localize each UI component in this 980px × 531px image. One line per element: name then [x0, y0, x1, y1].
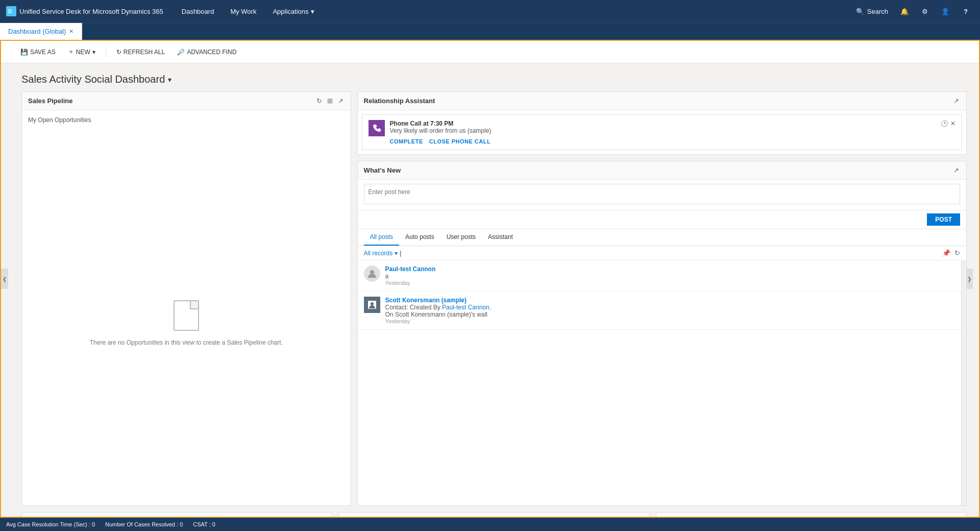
relationship-assistant-icons: ↗	[952, 96, 960, 106]
ra-dismiss-icon[interactable]: ✕	[950, 120, 955, 127]
post-author-scott[interactable]: Scott Konersmann (sample)	[385, 297, 491, 304]
expand-right-button[interactable]: ❯	[966, 269, 973, 289]
posts-scrollbar[interactable]	[961, 260, 966, 505]
sales-pipeline-subtitle: My Open Opportunities	[28, 116, 345, 124]
new-label: NEW	[76, 49, 90, 56]
refresh-all-button[interactable]: ↻ REFRESH ALL	[112, 46, 169, 58]
advanced-find-button[interactable]: 🔎 ADVANCED FIND	[173, 46, 240, 58]
post-text-scott: Contact: Created By Paul-test Cannon.	[385, 304, 491, 311]
ra-action-icons: 🕐 ✕	[941, 120, 955, 127]
empty-document-icon	[174, 300, 199, 331]
advanced-find-label: ADVANCED FIND	[187, 49, 236, 56]
top-opportunities-card: Top Opportunities ↻ ⊞ ↗ My Open Opportun…	[656, 512, 967, 518]
filter-label: All records	[364, 250, 393, 257]
user-icon: 👤	[941, 8, 949, 15]
post-button[interactable]: POST	[927, 213, 960, 226]
top-customers-header: Top Customers ↻ ⊞ ↗	[339, 513, 649, 518]
filter-cursor: |	[400, 250, 401, 257]
post-author-paul[interactable]: Paul-test Cannon	[385, 266, 436, 273]
refresh-pipeline-icon[interactable]: ↻	[315, 96, 323, 106]
ra-description: Very likely will order from us (sample)	[390, 127, 936, 134]
post-time-paul: Yesterday	[385, 280, 436, 286]
nav-my-work[interactable]: My Work	[222, 0, 264, 22]
relationship-assistant-header: Relationship Assistant ↗	[358, 92, 966, 110]
tab-assistant[interactable]: Assistant	[482, 229, 519, 246]
save-as-button[interactable]: 💾 SAVE AS	[16, 46, 60, 58]
filter-all-records[interactable]: All records ▾ |	[364, 250, 402, 257]
whats-new-card: What's New ↗ POST All posts Auto posts U…	[357, 161, 967, 506]
whats-new-header: What's New ↗	[358, 161, 966, 180]
right-column: Relationship Assistant ↗ Phone Call a	[357, 91, 967, 506]
tab-close-button[interactable]: ✕	[69, 28, 74, 35]
status-csat: CSAT : 0	[193, 521, 215, 527]
status-bar: Avg Case Resolution Time (Sec) : 0 Numbe…	[0, 518, 980, 531]
search-button[interactable]: 🔍 Search	[852, 6, 892, 17]
nav-applications[interactable]: Applications ▾	[264, 0, 322, 22]
notifications-button[interactable]: 🔔	[896, 3, 913, 19]
user-button[interactable]: 👤	[937, 3, 953, 19]
top-opportunities-header: Top Opportunities ↻ ⊞ ↗	[656, 513, 966, 518]
settings-button[interactable]: ⚙	[917, 3, 933, 19]
sales-pipeline-header: Sales Pipeline ↻ ⊞ ↗	[22, 92, 351, 110]
svg-point-2	[370, 270, 374, 274]
pin-icon[interactable]: 📌	[942, 249, 950, 257]
ra-action-links: COMPLETE CLOSE PHONE CALL	[390, 138, 936, 144]
post-avatar-paul	[364, 266, 380, 282]
search-label: Search	[867, 8, 888, 15]
relationship-assistant-card: Relationship Assistant ↗ Phone Call a	[357, 91, 967, 155]
new-button[interactable]: ＋ NEW ▾	[64, 45, 100, 58]
status-cases-resolved: Number Of Cases Resolved : 0	[105, 521, 183, 527]
post-avatar-scott	[364, 297, 380, 313]
topbar-right-icons: 🔍 Search 🔔 ⚙ 👤 ?	[852, 3, 974, 19]
refresh-posts-icon[interactable]: ↻	[954, 249, 960, 257]
main-nav: Dashboard My Work Applications ▾	[174, 0, 323, 22]
ra-snooze-icon[interactable]: 🕐	[941, 120, 948, 127]
help-button[interactable]: ?	[958, 3, 974, 19]
nav-dashboard[interactable]: Dashboard	[174, 0, 223, 22]
save-as-label: SAVE AS	[30, 49, 56, 56]
tab-auto-posts[interactable]: Auto posts	[399, 229, 440, 246]
settings-icon: ⚙	[922, 8, 928, 15]
refresh-all-label: REFRESH ALL	[124, 49, 165, 56]
post-prefix: Contact: Created By	[385, 304, 442, 311]
ra-content: Phone Call at 7:30 PM Very likely will o…	[390, 120, 936, 144]
save-icon: 💾	[20, 49, 28, 56]
collapse-left-button[interactable]: ❮	[1, 269, 8, 289]
dashboard-header: Sales Activity Social Dashboard ▾	[1, 63, 979, 91]
top-navigation: D Unified Service Desk for Microsoft Dyn…	[0, 0, 980, 22]
expand-pipeline-icon[interactable]: ⊞	[326, 96, 334, 106]
post-link-paul[interactable]: Paul-test Cannon	[442, 304, 489, 311]
dashboard-title-dropdown-icon[interactable]: ▾	[168, 76, 172, 84]
filter-icons: 📌 ↻	[942, 249, 960, 257]
popout-ra-icon[interactable]: ↗	[952, 96, 960, 106]
whats-new-title: What's New	[364, 166, 401, 174]
dashboard-grid: Sales Pipeline ↻ ⊞ ↗ My Open Opportuniti…	[1, 91, 979, 506]
post-input-area	[358, 180, 966, 210]
popout-pipeline-icon[interactable]: ↗	[337, 96, 345, 106]
post-input[interactable]	[364, 184, 960, 204]
post-time-scott: Yesterday	[385, 318, 491, 324]
post-wall-text: On Scott Konersmann (sample)'s wall	[385, 311, 491, 318]
ra-close-phone-link[interactable]: CLOSE PHONE CALL	[429, 138, 491, 144]
app-title: D Unified Service Desk for Microsoft Dyn…	[6, 6, 163, 16]
leads-by-source-card: Leads by Source ↻ ⊞ ↗ My Open Leads	[21, 512, 332, 518]
post-text-paul: a	[385, 273, 436, 280]
search-icon: 🔍	[856, 8, 864, 15]
svg-text:D: D	[8, 9, 12, 14]
new-icon: ＋	[68, 47, 74, 56]
ra-phone-icon	[369, 120, 385, 136]
app-title-text: Unified Service Desk for Microsoft Dynam…	[19, 8, 163, 15]
tab-all-posts[interactable]: All posts	[364, 229, 399, 246]
main-content-area: ❮ ❯ 💾 SAVE AS ＋ NEW ▾ ↻ REFRESH ALL 🔎 AD…	[0, 40, 980, 518]
popout-whats-new-icon[interactable]: ↗	[952, 165, 960, 175]
ra-complete-link[interactable]: COMPLETE	[390, 138, 423, 144]
filter-row: All records ▾ | 📌 ↻	[358, 246, 966, 260]
tab-user-posts[interactable]: User posts	[440, 229, 482, 246]
tab-dashboard-global[interactable]: Dashboard (Global) ✕	[0, 23, 82, 40]
help-icon: ?	[964, 8, 968, 15]
status-avg-resolution: Avg Case Resolution Time (Sec) : 0	[6, 521, 95, 527]
post-content-paul: Paul-test Cannon a Yesterday	[385, 266, 436, 286]
sales-pipeline-empty-text: There are no Opportunities in this view …	[90, 339, 283, 346]
applications-dropdown-icon: ▾	[311, 8, 314, 15]
tab-bar: Dashboard (Global) ✕	[0, 22, 980, 40]
